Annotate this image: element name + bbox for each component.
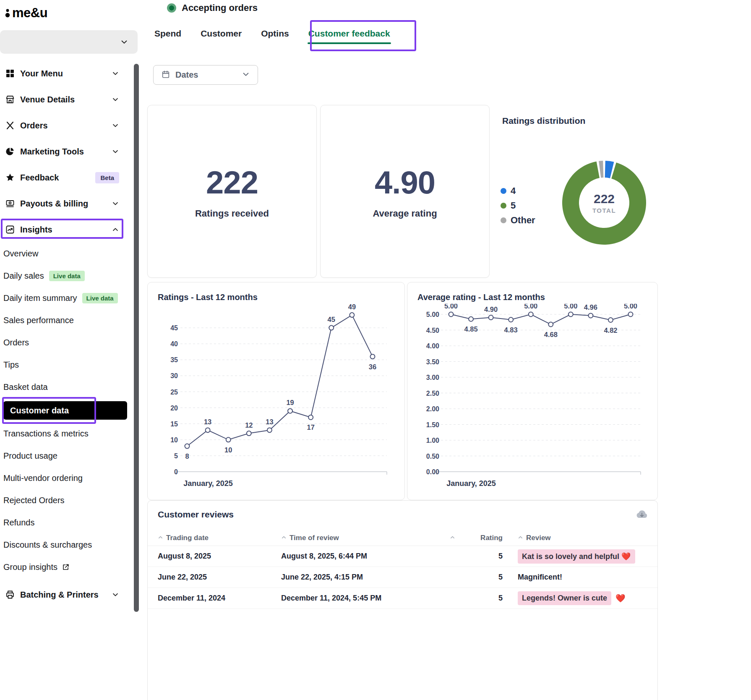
sidebar-item-feedback[interactable]: FeedbackBeta (0, 165, 138, 191)
sidebar-item-basket-data[interactable]: Basket data (0, 376, 138, 398)
donut-segment-other (599, 161, 603, 178)
chevron-up-icon (112, 226, 119, 233)
sidebar-item-orders[interactable]: Orders (0, 332, 138, 354)
sidebar-item-label: Orders (20, 121, 48, 131)
chevron-down-icon (120, 38, 128, 46)
svg-text:40: 40 (170, 340, 178, 347)
menu-grid-icon (5, 68, 15, 78)
table-row[interactable]: August 8, 2025August 8, 2025, 6:44 PM5Ka… (148, 546, 657, 567)
download-button[interactable] (636, 509, 648, 520)
legend-item-5: 5 (501, 200, 535, 211)
sidebar-item-label: Sales performance (3, 316, 74, 325)
sidebar-item-customer-data[interactable]: Customer data (3, 401, 127, 420)
sidebar-scrollbar[interactable] (134, 64, 139, 612)
svg-text:12: 12 (245, 421, 253, 429)
sidebar-item-sales-performance[interactable]: Sales performance (0, 309, 138, 332)
svg-text:4.68: 4.68 (544, 331, 558, 338)
sidebar-item-label: Discounts & surcharges (3, 540, 92, 550)
sidebar-item-label: Marketing Tools (20, 147, 84, 157)
column-header-trading-date[interactable]: Trading date (158, 534, 281, 542)
sidebar-item-tips[interactable]: Tips (0, 354, 138, 376)
sidebar-item-insights[interactable]: Insights (0, 217, 138, 243)
sort-caret-icon[interactable] (518, 534, 523, 542)
cell-review: Kat is so lovely and helpful ❤️ (503, 549, 647, 564)
chevron-down-icon (112, 96, 119, 103)
sidebar-item-batching-printers[interactable]: Batching & Printers (0, 582, 138, 608)
column-header-label: Time of review (289, 534, 339, 542)
column-header-label: Review (526, 534, 551, 542)
sidebar-item-label: Group insights (3, 562, 57, 572)
cell-rating: 5 (450, 552, 503, 561)
sidebar-item-refunds[interactable]: Refunds (0, 512, 138, 534)
legend-dot-icon (501, 188, 506, 194)
sidebar-item-label: Insights (20, 225, 52, 235)
sidebar-item-orders[interactable]: Orders (0, 112, 138, 138)
table-row[interactable]: June 22, 2025June 22, 2025, 4:15 PM5Magn… (148, 567, 657, 588)
sidebar-item-overview[interactable]: Overview (0, 243, 138, 265)
column-header-time-of-review[interactable]: Time of review (281, 534, 450, 542)
tab-customer-feedback[interactable]: Customer feedback (308, 29, 390, 39)
tab-spend[interactable]: Spend (154, 29, 181, 39)
legend-label: 4 (511, 185, 516, 196)
legend-label: Other (511, 215, 535, 226)
sidebar-item-payouts-billing[interactable]: Payouts & billing (0, 191, 138, 217)
dates-filter-button[interactable]: Dates (153, 65, 258, 85)
cloud-download-icon (636, 509, 648, 520)
heart-icon: ❤️ (615, 593, 626, 603)
sort-caret-icon[interactable] (281, 534, 287, 542)
sidebar-item-group-insights[interactable]: Group insights (0, 556, 138, 578)
printer-icon (5, 590, 15, 600)
sidebar-item-your-menu[interactable]: Your Menu (0, 60, 138, 86)
insights-icon (5, 225, 15, 235)
tab-bar: SpendCustomerOptinsCustomer feedback (143, 22, 390, 45)
column-header-review[interactable]: Review (503, 534, 647, 542)
svg-text:4.85: 4.85 (464, 325, 477, 333)
svg-text:2.50: 2.50 (426, 390, 439, 397)
average-rating-chart-title: Average rating - Last 12 months (417, 293, 647, 302)
customer-reviews-title: Customer reviews (158, 509, 234, 520)
svg-text:5.00: 5.00 (624, 304, 637, 310)
sidebar-item-daily-item-summary[interactable]: Daily item summaryLive data (0, 287, 138, 309)
external-link-icon (62, 563, 70, 571)
sidebar-item-rejected-orders[interactable]: Rejected Orders (0, 489, 138, 512)
tab-customer[interactable]: Customer (201, 29, 242, 39)
sidebar-item-venue-details[interactable]: Venue Details (0, 86, 138, 112)
svg-text:5.00: 5.00 (426, 311, 439, 318)
legend-label: 5 (511, 200, 516, 211)
venue-selector[interactable] (0, 30, 138, 54)
beta-badge: Beta (95, 172, 119, 183)
svg-text:35: 35 (170, 356, 178, 363)
svg-text:4.83: 4.83 (504, 326, 518, 334)
svg-text:4.90: 4.90 (484, 306, 498, 313)
sidebar-item-daily-sales[interactable]: Daily salesLive data (0, 265, 138, 287)
sidebar-item-discounts-surcharges[interactable]: Discounts & surcharges (0, 534, 138, 556)
app-logo[interactable]: me&u (4, 5, 47, 21)
sidebar-item-marketing-tools[interactable]: Marketing Tools (0, 138, 138, 165)
tab-optins[interactable]: Optins (261, 29, 289, 39)
sidebar-item-multi-vendor-ordering[interactable]: Multi-vendor ordering (0, 467, 138, 489)
svg-text:4.00: 4.00 (426, 342, 439, 350)
sidebar-item-label: Payouts & billing (20, 199, 88, 209)
svg-text:8: 8 (185, 452, 189, 460)
svg-text:20: 20 (170, 405, 178, 412)
legend-dot-icon (501, 217, 506, 223)
sort-caret-icon[interactable] (158, 534, 163, 542)
svg-text:10: 10 (224, 446, 232, 454)
ratings-received-value: 222 (206, 164, 258, 201)
cell-time-of-review: June 22, 2025, 4:15 PM (281, 573, 450, 582)
sidebar-item-product-usage[interactable]: Product usage (0, 445, 138, 467)
live-badge: Live data (49, 271, 85, 281)
cell-rating: 5 (450, 594, 503, 603)
sidebar-item-label: Your Menu (20, 69, 63, 78)
sort-caret-icon[interactable] (450, 534, 455, 542)
sidebar-item-transactions-metrics[interactable]: Transactions & metrics (0, 423, 138, 445)
sidebar-item-label: Feedback (20, 173, 59, 183)
chevron-down-icon (112, 122, 119, 129)
svg-text:0.00: 0.00 (426, 468, 439, 475)
ratings-line-chart-card: Ratings - Last 12 months 051015202530354… (147, 282, 405, 500)
table-row[interactable]: December 11, 2024December 11, 2024, 5:45… (148, 588, 657, 609)
cell-review: Legends! Owner is cute❤️ (503, 591, 647, 605)
column-header-rating[interactable]: Rating (450, 534, 503, 542)
charts-row: Ratings - Last 12 months 051015202530354… (147, 282, 658, 500)
svg-text:4.96: 4.96 (584, 304, 597, 311)
